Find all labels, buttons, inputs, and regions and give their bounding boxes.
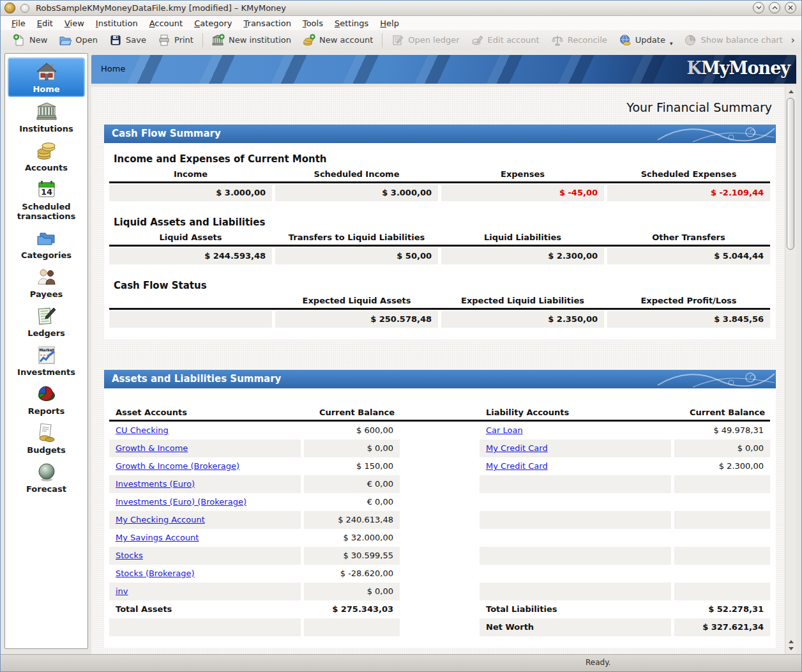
menu-help[interactable]: Help: [374, 17, 405, 29]
expected-liquid-liabilities-value: $ 2.350,00: [441, 311, 604, 328]
people-icon: [36, 266, 57, 288]
minimize-button[interactable]: [753, 2, 764, 13]
total-liabilities-label: Total Liabilities: [480, 600, 671, 618]
print-button[interactable]: Print: [152, 32, 199, 49]
current-balance-header: Current Balance: [304, 408, 400, 420]
update-globe-icon: [619, 34, 632, 47]
table-row: Growth & Income (Brokerage) $ 150,00 My …: [109, 457, 770, 475]
scroll-up-icon[interactable]: [789, 640, 794, 643]
sidebar-item-categories[interactable]: Categories: [8, 224, 85, 263]
balance-value: $ 0,00: [304, 583, 400, 600]
empty-cell: [480, 493, 671, 511]
current-balance-header: Current Balance: [674, 408, 770, 420]
account-link[interactable]: Investments (Euro): [116, 479, 195, 489]
toolbar-separator: [202, 33, 203, 47]
crystal-ball-icon: [36, 461, 57, 483]
sidebar-item-accounts[interactable]: Accounts: [8, 137, 85, 175]
menu-view[interactable]: View: [59, 17, 90, 29]
menu-settings[interactable]: Settings: [329, 17, 374, 29]
sidebar-item-home[interactable]: Home: [8, 57, 85, 97]
sidebar-item-scheduled-transactions[interactable]: 14 Scheduled transactions: [8, 176, 85, 224]
sidebar-item-reports[interactable]: Reports: [8, 380, 85, 418]
empty-cell: [674, 493, 770, 511]
sidebar-item-investments[interactable]: Market Investments: [8, 341, 85, 379]
chevron-up-icon: [772, 6, 778, 10]
update-button[interactable]: Update ▾: [613, 32, 679, 49]
scrollbar-thumb[interactable]: [787, 98, 794, 250]
open-button[interactable]: Open: [53, 32, 103, 49]
new-button[interactable]: New: [7, 32, 53, 49]
column-header: Transfers to Liquid Liabilities: [275, 230, 438, 244]
account-link[interactable]: My Checking Account: [116, 515, 205, 524]
account-link[interactable]: inv: [116, 586, 128, 596]
account-link[interactable]: Growth & Income (Brokerage): [116, 461, 239, 471]
cash-flow-summary-header: Cash Flow Summary: [104, 125, 776, 143]
new-institution-button[interactable]: New institution: [206, 32, 297, 49]
menu-bar: File Edit View Institution Account Categ…: [1, 16, 801, 30]
menu-transaction[interactable]: Transaction: [238, 17, 297, 29]
account-link[interactable]: Stocks: [116, 551, 143, 560]
new-account-button[interactable]: New account: [297, 32, 379, 49]
table-row: My Savings Account $ 32.000,00: [109, 529, 770, 547]
table-row: inv $ 0,00: [109, 583, 770, 600]
coins-stack-icon: [36, 140, 57, 162]
table-row: Stocks (Brokerage) $ -28.620,00: [109, 565, 770, 583]
titlebar-menu-icon[interactable]: [20, 4, 29, 13]
sidebar-item-ledgers[interactable]: Ledgers: [8, 302, 85, 340]
kmymoney-logo: KMyMoney: [687, 58, 790, 78]
status-bar: Ready.: [1, 654, 801, 671]
expenses-value: $ -45,00: [441, 185, 604, 201]
institution-icon: [212, 34, 225, 47]
balance-value: $ 240.613,48: [304, 511, 400, 529]
empty-cell: [674, 583, 770, 600]
transfers-value: $ 50,00: [275, 248, 438, 264]
sidebar-item-payees[interactable]: Payees: [8, 263, 85, 302]
sidebar-item-forecast[interactable]: Forecast: [8, 458, 85, 496]
balance-value: € 0,00: [304, 475, 400, 493]
menu-category[interactable]: Category: [188, 17, 238, 29]
breadcrumb[interactable]: Home: [101, 64, 125, 73]
svg-text:Market: Market: [39, 347, 54, 352]
vertical-scrollbar[interactable]: [785, 87, 796, 655]
account-link[interactable]: My Savings Account: [116, 533, 199, 542]
page-title: Your Financial Summary: [91, 87, 785, 114]
account-link[interactable]: Growth & Income: [116, 443, 188, 453]
save-button[interactable]: Save: [103, 32, 152, 49]
sidebar-item-institutions[interactable]: Institutions: [8, 98, 85, 136]
menu-file[interactable]: File: [6, 17, 31, 29]
menu-account[interactable]: Account: [144, 17, 189, 29]
cash-flow-summary-box: Cash Flow Summary Income and Expenses of…: [104, 125, 776, 339]
kmymoney-window: RobsSampleKMyMoneyDataFile.kmy [modified…: [0, 0, 802, 672]
column-header: Income: [109, 167, 272, 181]
menu-edit[interactable]: Edit: [31, 17, 59, 29]
account-link[interactable]: Car Loan: [486, 425, 523, 435]
account-link[interactable]: My Credit Card: [486, 443, 548, 453]
scroll-up-icon[interactable]: [789, 90, 794, 93]
account-link[interactable]: Stocks (Brokerage): [116, 569, 195, 578]
column-header: Expected Profit/Loss: [607, 293, 770, 307]
scroll-down-icon[interactable]: [789, 647, 794, 650]
status-message: Ready.: [586, 658, 610, 667]
menu-tools[interactable]: Tools: [297, 17, 329, 29]
account-link[interactable]: My Credit Card: [486, 461, 548, 471]
breadcrumb-bar: Home KMyMoney: [91, 55, 796, 84]
maximize-button[interactable]: [769, 2, 780, 13]
close-button[interactable]: [785, 2, 796, 13]
menu-institution[interactable]: Institution: [90, 17, 144, 29]
balance-value: $ 600,00: [304, 422, 400, 439]
balance-value: € 0,00: [304, 493, 400, 511]
account-link[interactable]: Investments (Euro) (Brokerage): [116, 497, 246, 507]
empty-cell: [480, 475, 671, 493]
account-link[interactable]: CU Checking: [116, 425, 169, 435]
balance-value: $ -28.620,00: [304, 565, 400, 583]
open-ledger-button: Open ledger: [386, 32, 465, 49]
empty-cell: [674, 511, 770, 529]
reconcile-button: Reconcile: [545, 32, 613, 49]
empty-cell: [480, 565, 671, 583]
update-dropdown-caret[interactable]: ▾: [670, 40, 673, 47]
toolbar-overflow-chevron[interactable]: ›: [791, 34, 795, 46]
column-header: Expenses: [441, 167, 604, 181]
balance-value: $ 32.000,00: [304, 529, 400, 547]
sidebar-item-budgets[interactable]: Budgets: [8, 419, 85, 457]
empty-cell: [674, 475, 770, 493]
